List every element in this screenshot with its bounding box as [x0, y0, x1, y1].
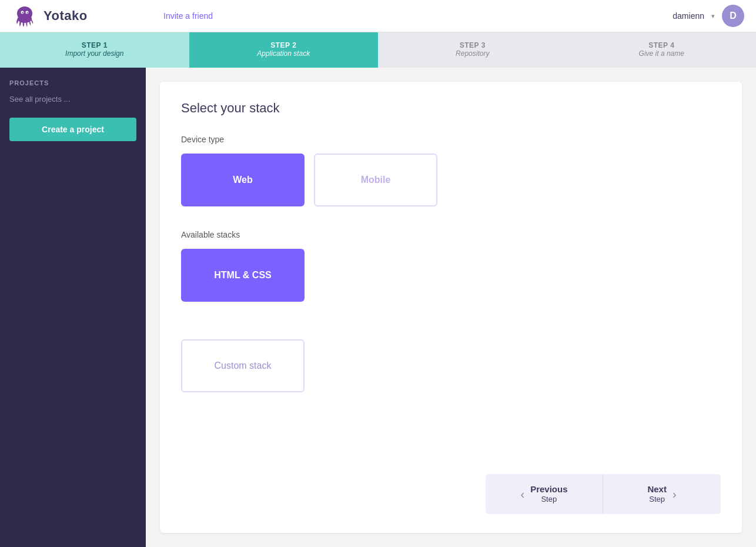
step-3-number: STEP 3	[460, 41, 486, 49]
step-2[interactable]: STEP 2 Application stack	[189, 32, 379, 68]
sidebar-section-title: PROJECTS	[9, 79, 136, 86]
nav-right: damienn ▾ D	[673, 5, 744, 27]
main-card: Select your stack Device type Web Mobile…	[160, 82, 742, 533]
previous-label-line1: Previous	[530, 484, 567, 495]
step-4-number: STEP 4	[648, 41, 674, 49]
html-css-button[interactable]: HTML & CSS	[181, 249, 305, 302]
caret-icon: ▾	[711, 12, 715, 20]
step-2-label: Application stack	[257, 49, 310, 58]
svg-point-5	[18, 15, 32, 23]
step-3[interactable]: STEP 3 Repository	[378, 32, 567, 68]
create-project-button[interactable]: Create a project	[9, 118, 136, 141]
invite-link[interactable]: Invite a friend	[163, 11, 213, 21]
username-label[interactable]: damienn	[673, 11, 704, 21]
logo-icon	[12, 3, 38, 29]
svg-point-4	[27, 12, 28, 14]
step-1[interactable]: STEP 1 Import your design	[0, 32, 189, 68]
next-btn-text: Next Step	[647, 484, 667, 504]
step-2-number: STEP 2	[270, 41, 296, 49]
logo-text: Yotako	[44, 8, 88, 24]
content-area: Select your stack Device type Web Mobile…	[146, 68, 756, 547]
next-step-button[interactable]: Next Step ›	[603, 474, 721, 514]
mobile-button[interactable]: Mobile	[314, 154, 437, 206]
step-1-number: STEP 1	[82, 41, 108, 49]
step-4-label: Give it a name	[639, 49, 684, 58]
available-stacks-label: Available stacks	[181, 230, 721, 239]
logo-area: Yotako	[12, 3, 158, 29]
custom-stack-section: Custom stack	[181, 339, 721, 392]
step-3-label: Repository	[456, 49, 489, 58]
sidebar: PROJECTS See all projects ... Create a p…	[0, 68, 146, 547]
steps-bar: STEP 1 Import your design STEP 2 Applica…	[0, 32, 756, 68]
avatar: D	[722, 5, 744, 27]
chevron-right-icon: ›	[673, 488, 677, 501]
see-all-projects[interactable]: See all projects ...	[9, 95, 136, 104]
next-label-line2: Step	[649, 495, 665, 504]
device-type-label: Device type	[181, 135, 721, 144]
top-nav: Yotako Invite a friend damienn ▾ D	[0, 0, 756, 32]
web-button[interactable]: Web	[181, 154, 305, 206]
device-type-section: Device type Web Mobile	[181, 135, 721, 230]
chevron-left-icon: ‹	[520, 488, 524, 501]
custom-stack-button[interactable]: Custom stack	[181, 339, 305, 392]
svg-point-3	[22, 12, 24, 14]
nav-buttons: ‹ Previous Step Next Step ›	[181, 455, 721, 514]
step-1-label: Import your design	[65, 49, 123, 58]
next-label-line1: Next	[647, 484, 667, 495]
previous-label-line2: Step	[541, 495, 557, 504]
card-title: Select your stack	[181, 101, 721, 116]
main-layout: PROJECTS See all projects ... Create a p…	[0, 68, 756, 547]
previous-step-button[interactable]: ‹ Previous Step	[486, 474, 603, 514]
available-stacks-section: Available stacks HTML & CSS	[181, 230, 721, 321]
previous-btn-text: Previous Step	[530, 484, 567, 504]
step-4[interactable]: STEP 4 Give it a name	[567, 32, 757, 68]
available-stacks-row: HTML & CSS	[181, 249, 721, 302]
nav-center: Invite a friend	[158, 11, 673, 21]
device-type-row: Web Mobile	[181, 154, 721, 206]
